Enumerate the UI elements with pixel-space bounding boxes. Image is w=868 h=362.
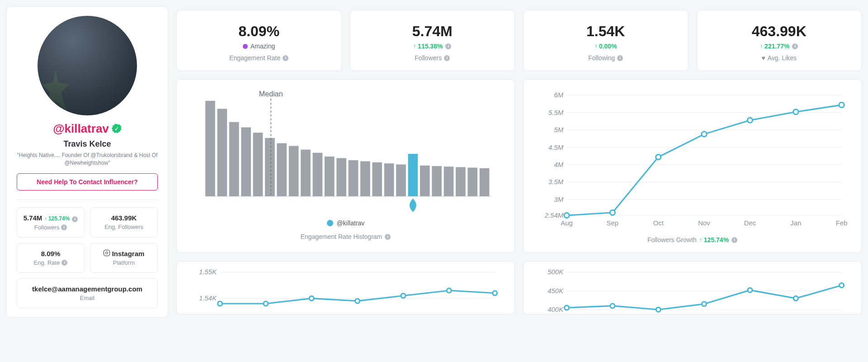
- mini-engrate-value: 8.09%: [41, 250, 61, 257]
- svg-point-76: [656, 307, 660, 312]
- profile-bio: "Heights Native.... Founder Of @Trukolor…: [17, 152, 158, 167]
- svg-rect-9: [301, 150, 311, 196]
- engagement-histogram-chart[interactable]: Median: [189, 90, 503, 213]
- svg-text:6M: 6M: [554, 91, 563, 99]
- avatar[interactable]: [38, 16, 137, 115]
- svg-point-65: [401, 294, 406, 298]
- contact-influencer-button[interactable]: Need Help To Contact Influencer?: [17, 173, 158, 191]
- stat-avglikes-label: ♥ Avg. Likes: [761, 54, 797, 62]
- svg-text:Sep: Sep: [607, 219, 618, 227]
- mini-platform-label: Platform: [113, 259, 135, 266]
- stat-avglikes-value: 463.99K: [702, 23, 857, 40]
- stat-engagement-label: Engagement Rate: [229, 54, 288, 62]
- mini-card-eng-rate[interactable]: 8.09% Eng. Rate: [17, 243, 85, 273]
- info-icon[interactable]: [445, 43, 451, 49]
- svg-point-45: [656, 154, 661, 159]
- svg-rect-23: [467, 168, 477, 196]
- info-icon[interactable]: [617, 55, 623, 61]
- svg-text:Aug: Aug: [561, 219, 572, 227]
- legend-swatch-icon: [327, 220, 333, 226]
- stat-card-engagement-rate[interactable]: 8.09% Amazing Engagement Rate: [176, 10, 342, 71]
- svg-text:3M: 3M: [554, 196, 563, 203]
- svg-text:2.54M: 2.54M: [544, 212, 564, 219]
- stat-engagement-value: 8.09%: [181, 23, 337, 40]
- stat-card-following[interactable]: 1.54K 0.00% Following: [523, 10, 689, 71]
- stat-card-avg-likes[interactable]: 463.99K 221.77% ♥ Avg. Likes: [697, 10, 862, 71]
- svg-point-80: [840, 283, 844, 288]
- svg-rect-11: [325, 157, 335, 196]
- info-icon[interactable]: [72, 216, 78, 222]
- svg-text:Feb: Feb: [836, 219, 848, 227]
- info-icon[interactable]: [61, 224, 67, 230]
- svg-point-67: [493, 291, 497, 295]
- histogram-caption: Engagement Rate Histogram: [189, 233, 503, 240]
- svg-rect-13: [349, 160, 359, 196]
- svg-rect-18: [408, 154, 418, 196]
- svg-text:400K: 400K: [547, 306, 564, 313]
- stat-card-followers[interactable]: 5.74M 115.38% Followers: [350, 10, 515, 71]
- stat-following-delta: 0.00%: [594, 43, 617, 50]
- growth-caption: Followers Growth 125.74%: [535, 236, 849, 243]
- bottom-right-chart[interactable]: 400K450K500K: [535, 269, 849, 314]
- mid-charts-row: Median @killatrav Engagement Rate Histog…: [176, 79, 862, 253]
- profile-handle[interactable]: @killatrav: [53, 122, 109, 136]
- svg-text:1.55K: 1.55K: [199, 269, 217, 276]
- mini-card-email[interactable]: tkelce@aamanagementgroup.com Email: [17, 278, 158, 308]
- mini-email-label: Email: [80, 295, 95, 301]
- top-stats-row: 8.09% Amazing Engagement Rate 5.74M 115.…: [176, 10, 862, 71]
- svg-point-46: [702, 132, 707, 137]
- svg-rect-3: [229, 122, 239, 196]
- stat-avglikes-delta: 221.77%: [760, 43, 789, 50]
- svg-point-75: [610, 304, 615, 308]
- svg-point-47: [747, 118, 752, 123]
- info-icon[interactable]: [385, 234, 391, 240]
- svg-text:3.5M: 3.5M: [548, 178, 564, 186]
- svg-rect-24: [480, 168, 490, 196]
- svg-point-48: [793, 110, 798, 114]
- info-icon[interactable]: [731, 237, 737, 243]
- followers-growth-chart[interactable]: 2.54M3M3.5M4M4.5M5M5.5M6MAugSepOctNovDec…: [535, 90, 849, 230]
- stat-followers-delta: 115.38%: [413, 43, 443, 50]
- mini-card-eng-followers[interactable]: 463.99K Eng. Followers: [90, 207, 158, 238]
- mini-email-value: tkelce@aamanagementgroup.com: [32, 285, 142, 293]
- svg-rect-17: [396, 164, 406, 196]
- svg-point-43: [564, 213, 569, 218]
- svg-point-77: [702, 302, 707, 306]
- svg-text:Jan: Jan: [790, 219, 801, 227]
- histogram-legend-text: @killatrav: [337, 219, 365, 227]
- svg-rect-7: [277, 143, 287, 196]
- panel-followers-growth: 2.54M3M3.5M4M4.5M5M5.5M6MAugSepOctNovDec…: [523, 79, 862, 253]
- svg-point-61: [218, 301, 222, 306]
- mini-card-followers[interactable]: 5.74M 125.74% Followers: [17, 207, 85, 238]
- info-icon[interactable]: [283, 55, 288, 61]
- svg-text:5M: 5M: [554, 126, 563, 133]
- svg-point-74: [565, 305, 569, 310]
- info-icon[interactable]: [444, 55, 450, 61]
- panel-engagement-histogram: Median @killatrav Engagement Rate Histog…: [176, 79, 515, 253]
- svg-point-79: [793, 296, 798, 301]
- profile-sidebar: @killatrav Travis Kelce "Heights Native.…: [6, 6, 168, 318]
- stat-followers-value: 5.74M: [355, 23, 510, 40]
- svg-rect-2: [217, 109, 227, 196]
- info-icon[interactable]: [792, 43, 798, 49]
- bottom-left-chart[interactable]: 1.54K1.55K: [189, 269, 503, 314]
- info-icon[interactable]: [61, 260, 67, 266]
- mini-card-platform[interactable]: Instagram Platform: [90, 243, 158, 273]
- mini-platform-value: Instagram: [112, 250, 145, 257]
- svg-rect-19: [420, 166, 430, 196]
- svg-rect-15: [372, 162, 382, 196]
- panel-bottom-left: 1.54K1.55K: [176, 261, 515, 314]
- svg-point-64: [355, 299, 360, 303]
- stat-following-label: Following: [588, 54, 623, 62]
- handle-row: @killatrav: [17, 122, 158, 136]
- mini-engfollowers-value: 463.99K: [111, 214, 137, 222]
- mini-followers-label: Followers: [34, 224, 67, 231]
- svg-rect-8: [289, 146, 299, 196]
- mini-followers-value: 5.74M: [24, 214, 42, 222]
- stat-following-value: 1.54K: [528, 23, 684, 40]
- svg-point-63: [309, 296, 314, 301]
- histogram-legend: @killatrav: [189, 219, 503, 227]
- avatar-wrap: [17, 16, 158, 115]
- mini-followers-delta: 125.74%: [44, 215, 70, 222]
- svg-rect-6: [265, 138, 275, 196]
